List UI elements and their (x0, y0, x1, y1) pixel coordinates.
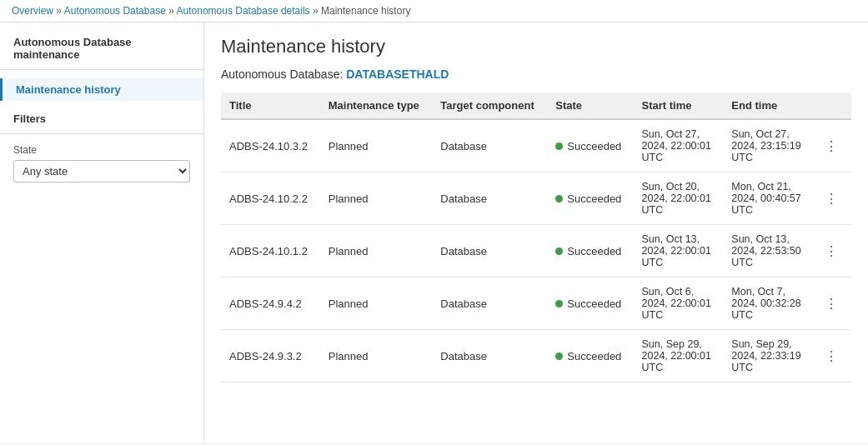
cell-end-time: Mon, Oct 21,2024, 00:40:57UTC (723, 172, 813, 225)
more-actions-button[interactable]: ⋮ (821, 294, 841, 313)
more-actions-button[interactable]: ⋮ (821, 137, 841, 156)
table-header-row: Title Maintenance type Target component … (221, 92, 851, 119)
more-actions-button[interactable]: ⋮ (821, 347, 841, 366)
cell-start-time: Sun, Sep 29,2024, 22:00:01UTC (634, 330, 724, 382)
col-target-component: Target component (432, 92, 547, 119)
cell-end-time: Sun, Oct 27,2024, 23:15:19UTC (723, 119, 813, 172)
more-actions-button[interactable]: ⋮ (821, 189, 841, 208)
breadcrumb-overview[interactable]: Overview (12, 5, 53, 17)
state-label: Succeeded (567, 245, 621, 258)
cell-more-actions[interactable]: ⋮ (813, 330, 851, 382)
cell-start-time: Sun, Oct 13,2024, 22:00:01UTC (634, 225, 724, 278)
cell-title: ADBS-24.10.2.2 (221, 172, 320, 225)
sidebar: Autonomous Database maintenance Maintena… (0, 22, 204, 442)
cell-title: ADBS-24.9.3.2 (221, 330, 320, 382)
cell-start-time: Sun, Oct 20,2024, 22:00:01UTC (634, 172, 724, 225)
cell-state: Succeeded (547, 278, 633, 330)
sidebar-divider (0, 69, 203, 70)
more-actions-button[interactable]: ⋮ (821, 242, 841, 261)
state-filter-select[interactable]: Any state Succeeded Failed In progress (13, 160, 190, 182)
cell-more-actions[interactable]: ⋮ (813, 278, 851, 330)
cell-state: Succeeded (547, 225, 633, 278)
cell-maintenance-type: Planned (320, 172, 433, 225)
breadcrumb-autonomous-database[interactable]: Autonomous Database (64, 5, 166, 17)
cell-target-component: Database (432, 172, 547, 225)
sidebar-title: Autonomous Database maintenance (0, 36, 203, 69)
col-title: Title (221, 92, 320, 119)
table-row: ADBS-24.10.2.2 Planned Database Succeede… (221, 172, 851, 225)
cell-start-time: Sun, Oct 6,2024, 22:00:01UTC (634, 278, 724, 330)
state-dot-icon (555, 195, 563, 202)
table-row: ADBS-24.9.3.2 Planned Database Succeeded… (221, 330, 851, 382)
cell-more-actions[interactable]: ⋮ (813, 119, 851, 172)
cell-end-time: Sun, Oct 13,2024, 22:53:50UTC (723, 225, 813, 278)
table-row: ADBS-24.10.3.2 Planned Database Succeede… (221, 119, 851, 172)
state-filter-label: State (13, 144, 190, 156)
table-row: ADBS-24.10.1.2 Planned Database Succeede… (221, 225, 851, 278)
sidebar-filters: Filters State Any state Succeeded Failed… (0, 101, 203, 182)
filters-heading: Filters (13, 112, 190, 125)
filters-divider (0, 133, 203, 134)
state-label: Succeeded (567, 192, 621, 205)
col-actions (813, 92, 851, 119)
cell-target-component: Database (432, 119, 547, 172)
cell-maintenance-type: Planned (320, 330, 433, 382)
cell-target-component: Database (432, 278, 547, 330)
state-label: Succeeded (567, 298, 621, 310)
sidebar-item-maintenance-history[interactable]: Maintenance history (0, 78, 203, 101)
db-subtitle: Autonomous Database: DATABASETHALD (221, 68, 851, 81)
cell-title: ADBS-24.10.3.2 (221, 119, 320, 172)
cell-state: Succeeded (547, 330, 633, 382)
cell-maintenance-type: Planned (320, 119, 433, 172)
breadcrumb-current: Maintenance history (321, 5, 410, 17)
col-maintenance-type: Maintenance type (320, 92, 433, 119)
page-title: Maintenance history (221, 36, 851, 58)
cell-start-time: Sun, Oct 27,2024, 22:00:01UTC (634, 119, 724, 172)
cell-state: Succeeded (547, 119, 633, 172)
cell-end-time: Sun, Sep 29,2024, 22:33:19UTC (723, 330, 813, 382)
db-name-link[interactable]: DATABASETHALD (346, 68, 449, 81)
col-state: State (547, 92, 633, 119)
cell-end-time: Mon, Oct 7,2024, 00:32:28UTC (723, 278, 813, 330)
cell-more-actions[interactable]: ⋮ (813, 172, 851, 225)
col-end-time: End time (723, 92, 813, 119)
table-row: ADBS-24.9.4.2 Planned Database Succeeded… (221, 278, 851, 330)
cell-state: Succeeded (547, 172, 633, 225)
maintenance-table: Title Maintenance type Target component … (221, 92, 851, 382)
state-dot-icon (555, 300, 563, 308)
cell-title: ADBS-24.10.1.2 (221, 225, 320, 278)
breadcrumb: Overview » Autonomous Database » Autonom… (0, 0, 868, 22)
state-dot-icon (555, 352, 563, 360)
cell-maintenance-type: Planned (320, 225, 433, 278)
breadcrumb-autonomous-database-details[interactable]: Autonomous Database details (177, 5, 310, 17)
state-label: Succeeded (567, 140, 621, 152)
cell-target-component: Database (432, 225, 547, 278)
cell-maintenance-type: Planned (320, 278, 433, 330)
state-dot-icon (555, 142, 563, 150)
main-content: Maintenance history Autonomous Database:… (204, 22, 868, 442)
cell-target-component: Database (432, 330, 547, 382)
main-layout: Autonomous Database maintenance Maintena… (0, 22, 868, 442)
cell-title: ADBS-24.9.4.2 (221, 278, 320, 330)
cell-more-actions[interactable]: ⋮ (813, 225, 851, 278)
state-dot-icon (555, 248, 563, 255)
state-label: Succeeded (567, 350, 621, 362)
col-start-time: Start time (634, 92, 724, 119)
